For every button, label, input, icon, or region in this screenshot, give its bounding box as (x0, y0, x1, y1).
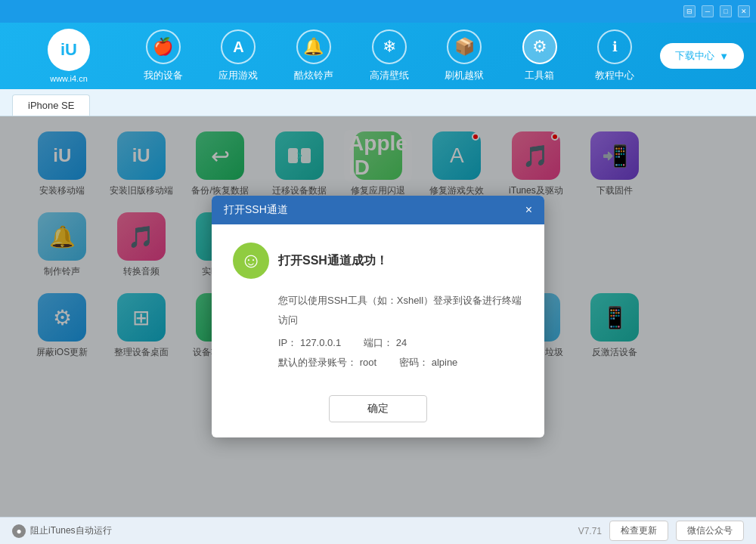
modal-header: 打开SSH通道 × (212, 196, 544, 224)
logo-icon: iU (48, 29, 90, 71)
nav-label-toolbox: 工具箱 (525, 69, 554, 82)
apps-games-icon: A (221, 29, 256, 64)
wechat-button[interactable]: 微信公众号 (676, 521, 744, 541)
nav-item-jailbreak[interactable]: 📦 刷机越狱 (434, 29, 494, 82)
nav-label-apps-games: 应用游戏 (218, 69, 258, 82)
check-update-button[interactable]: 检查更新 (609, 521, 668, 541)
modal-desc: 您可以使用SSH工具（如：Xshell）登录到设备进行终端访问 (278, 291, 523, 330)
download-btn-label: 下载中心 (675, 49, 714, 63)
modal-info: 您可以使用SSH工具（如：Xshell）登录到设备进行终端访问 IP： 127.… (278, 291, 523, 372)
logo-area: iU www.i4.cn (12, 29, 125, 83)
modal-success-row: ☺ 打开SSH通道成功！ (233, 243, 523, 279)
header: iU www.i4.cn 🍎 我的设备 A 应用游戏 🔔 酷炫铃声 ❄ 高清壁纸… (0, 23, 756, 89)
my-device-icon: 🍎 (146, 29, 181, 64)
jailbreak-icon: 📦 (447, 29, 482, 64)
device-tab-iphone-se[interactable]: iPhone SE (12, 94, 90, 116)
nav-label-jailbreak: 刷机越狱 (445, 69, 484, 82)
nav-label-tutorials: 教程中心 (595, 69, 634, 82)
modal-success-text: 打开SSH通道成功！ (278, 253, 388, 269)
main-content: iU 安装移动端 iU 安装旧版移动端 ↩ 备份/恢复数据 迁移设备数据 App… (0, 116, 756, 517)
nav-label-wallpaper: 高清壁纸 (370, 69, 409, 82)
modal-ip-port-row: IP： 127.0.0.1 端口： 24 (278, 333, 523, 353)
modal-pwd-label: 密码： (399, 357, 429, 368)
device-tabbar: iPhone SE (0, 89, 756, 116)
nav-bar: 🍎 我的设备 A 应用游戏 🔔 酷炫铃声 ❄ 高清壁纸 📦 刷机越狱 ⚙ 工具箱… (125, 29, 652, 82)
logo-text: www.i4.cn (50, 74, 88, 83)
modal-ip-row: IP： 127.0.0.1 (278, 333, 341, 353)
modal-port-label: 端口： (364, 337, 393, 348)
modal-pwd-value: alpine (432, 357, 458, 368)
modal-user-pwd-row: 默认的登录账号： root 密码： alpine (278, 353, 523, 372)
download-center-button[interactable]: 下载中心 ▼ (660, 43, 744, 69)
titlebar: ⊟ ─ □ ✕ (0, 0, 756, 23)
close-button[interactable]: ✕ (738, 5, 750, 17)
stop-icon: ● (12, 524, 26, 538)
itunes-stop-label: 阻止iTunes自动运行 (30, 524, 112, 537)
confirm-button[interactable]: 确定 (329, 395, 427, 422)
modal-user-label: 默认的登录账号： (278, 357, 357, 368)
modal-pwd-row: 密码： alpine (399, 353, 457, 372)
titlebar-icon1: ⊟ (683, 5, 696, 17)
nav-item-ringtones[interactable]: 🔔 酷炫铃声 (284, 29, 344, 82)
version-label: V7.71 (578, 526, 602, 536)
wallpaper-icon: ❄ (372, 29, 407, 64)
success-icon: ☺ (233, 243, 269, 279)
modal-body: ☺ 打开SSH通道成功！ 您可以使用SSH工具（如：Xshell）登录到设备进行… (212, 224, 544, 388)
footer-left: ● 阻止iTunes自动运行 (12, 524, 572, 538)
nav-item-tutorials[interactable]: ℹ 教程中心 (584, 29, 645, 82)
nav-item-wallpaper[interactable]: ❄ 高清壁纸 (359, 29, 420, 82)
modal-port-row: 端口： 24 (364, 333, 407, 353)
minimize-button[interactable]: ─ (702, 5, 714, 17)
nav-item-my-device[interactable]: 🍎 我的设备 (133, 29, 194, 82)
modal-close-button[interactable]: × (525, 204, 532, 216)
tutorials-icon: ℹ (597, 29, 632, 64)
maximize-button[interactable]: □ (720, 5, 732, 17)
nav-item-toolbox[interactable]: ⚙ 工具箱 (510, 29, 570, 82)
modal-ip-value: 127.0.0.1 (300, 337, 341, 348)
ringtones-icon: 🔔 (296, 29, 331, 64)
modal-title: 打开SSH通道 (224, 203, 288, 217)
modal-user-value: root (360, 357, 376, 368)
toolbox-icon: ⚙ (522, 29, 557, 64)
ssh-modal: 打开SSH通道 × ☺ 打开SSH通道成功！ 您可以使用SSH工具（如：Xshe… (212, 196, 544, 437)
nav-label-ringtones: 酷炫铃声 (294, 69, 333, 82)
itunes-stop-row: ● 阻止iTunes自动运行 (12, 524, 112, 538)
nav-item-apps-games[interactable]: A 应用游戏 (208, 29, 268, 82)
modal-footer: 确定 (212, 388, 544, 437)
footer-right: V7.71 检查更新 微信公众号 (578, 521, 744, 541)
modal-port-value: 24 (396, 337, 407, 348)
footer: ● 阻止iTunes自动运行 V7.71 检查更新 微信公众号 (0, 517, 756, 544)
download-icon: ▼ (719, 51, 729, 62)
nav-label-my-device: 我的设备 (144, 69, 183, 82)
modal-user-row: 默认的登录账号： root (278, 353, 376, 372)
modal-ip-label: IP： (278, 337, 297, 348)
device-tab-label: iPhone SE (28, 100, 74, 111)
modal-overlay: 打开SSH通道 × ☺ 打开SSH通道成功！ 您可以使用SSH工具（如：Xshe… (0, 116, 756, 517)
